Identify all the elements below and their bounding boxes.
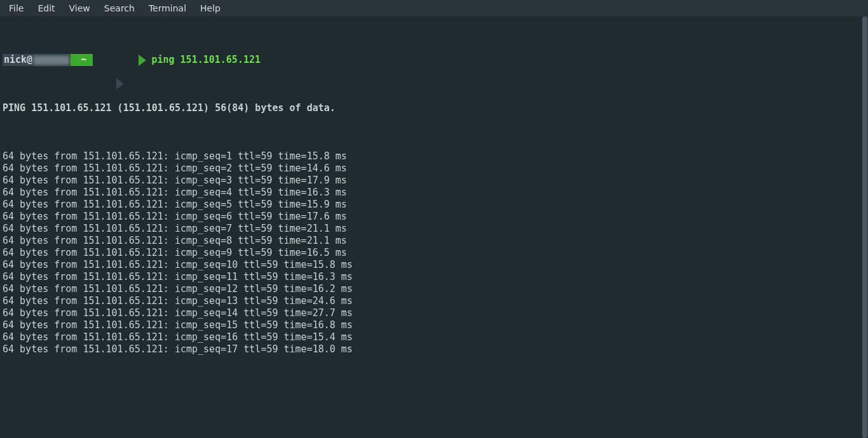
prompt-cwd-segment: ~	[71, 54, 93, 66]
menu-help[interactable]: Help	[194, 1, 227, 15]
ping-output: 64 bytes from 151.101.65.121: icmp_seq=1…	[3, 150, 868, 355]
prompt-cwd: ~	[81, 54, 86, 66]
prompt-user: nick@	[3, 54, 32, 66]
ping-reply-line: 64 bytes from 151.101.65.121: icmp_seq=1…	[3, 343, 868, 355]
ping-reply-line: 64 bytes from 151.101.65.121: icmp_seq=1…	[3, 150, 868, 163]
menu-edit[interactable]: Edit	[31, 1, 61, 15]
shell-prompt: nick@ ~ ~ ping 151.101.65.121	[3, 54, 868, 66]
chevron-right-icon	[116, 78, 124, 90]
ping-reply-line: 64 bytes from 151.101.65.121: icmp_seq=8…	[3, 235, 868, 247]
menu-view[interactable]: View	[63, 1, 97, 15]
ping-reply-line: 64 bytes from 151.101.65.121: icmp_seq=1…	[3, 319, 868, 331]
terminal-area[interactable]: nick@ ~ ~ ping 151.101.65.121 PING 151.1…	[0, 17, 868, 438]
prompt-host-blurred	[34, 56, 69, 65]
ping-reply-line: 64 bytes from 151.101.65.121: icmp_seq=5…	[3, 199, 868, 211]
chevron-right-icon	[139, 55, 146, 66]
ping-reply-line: 64 bytes from 151.101.65.121: icmp_seq=1…	[3, 271, 868, 283]
scrollbar-vertical[interactable]	[862, 17, 868, 438]
scrollbar-thumb[interactable]	[862, 17, 867, 438]
menu-file[interactable]: File	[3, 1, 30, 15]
ping-reply-line: 64 bytes from 151.101.65.121: icmp_seq=1…	[3, 259, 868, 271]
menubar: File Edit View Search Terminal Help	[0, 0, 868, 17]
ping-reply-line: 64 bytes from 151.101.65.121: icmp_seq=1…	[3, 331, 868, 343]
ping-reply-line: 64 bytes from 151.101.65.121: icmp_seq=4…	[3, 187, 868, 199]
ping-reply-line: 64 bytes from 151.101.65.121: icmp_seq=1…	[3, 295, 868, 307]
menu-terminal[interactable]: Terminal	[142, 1, 193, 15]
ping-reply-line: 64 bytes from 151.101.65.121: icmp_seq=2…	[3, 163, 868, 175]
ping-reply-line: 64 bytes from 151.101.65.121: icmp_seq=1…	[3, 283, 868, 295]
ping-reply-line: 64 bytes from 151.101.65.121: icmp_seq=6…	[3, 211, 868, 223]
ping-reply-line: 64 bytes from 151.101.65.121: icmp_seq=7…	[3, 223, 868, 235]
terminal-content: nick@ ~ ~ ping 151.101.65.121 PING 151.1…	[3, 17, 868, 392]
prompt-user-host: nick@	[3, 54, 71, 66]
ping-reply-line: 64 bytes from 151.101.65.121: icmp_seq=1…	[3, 307, 868, 319]
ping-reply-line: 64 bytes from 151.101.65.121: icmp_seq=3…	[3, 175, 868, 187]
ping-reply-line: 64 bytes from 151.101.65.121: icmp_seq=9…	[3, 247, 868, 259]
prompt-command: ping 151.101.65.121	[146, 54, 261, 66]
menu-search[interactable]: Search	[98, 1, 141, 15]
